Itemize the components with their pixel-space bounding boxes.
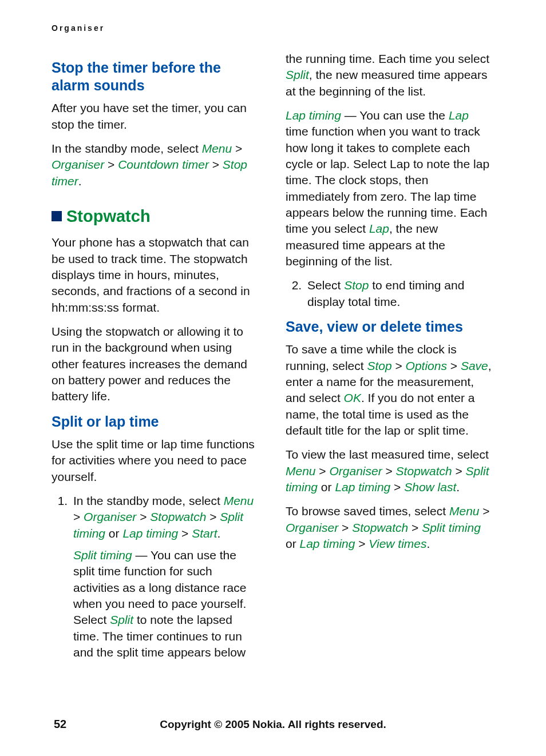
label-lap-timing: Lap timing [286,109,341,122]
menu-path-countdown: Countdown timer [118,158,209,171]
text: In the standby mode, select [73,494,224,507]
menu-path-menu: Menu [449,504,480,518]
p-save-time: To save a time while the clock is runnin… [286,341,494,439]
menu-ok: OK [344,391,361,404]
two-column-layout: Stop the timer before the alarm sounds A… [52,51,494,669]
heading-stop-timer: Stop the timer before the alarm sounds [52,59,260,95]
p-browse-saved: To browse saved times, select Menu > Org… [286,503,494,552]
menu-path-organiser: Organiser [84,510,136,523]
menu-path-lap-timing: Lap timing [300,537,355,550]
p-stopwatch-intro: Your phone has a stopwatch that can be u… [52,234,260,316]
menu-split: Split [110,613,133,626]
list-item-2: Select Stop to end timing and display to… [305,277,494,310]
menu-path-menu: Menu [224,494,254,507]
p-after-set: After you have set the timer, you can st… [52,100,260,133]
menu-path-menu: Menu [202,142,232,155]
menu-path-stopwatch: Stopwatch [150,510,206,523]
heading-save-view-delete: Save, view or delete times [286,318,494,336]
p-running-cont: the running time. Each time you select S… [286,51,494,100]
split-lap-steps: In the standby mode, select Menu > Organ… [52,493,260,660]
p-standby-nav: In the standby mode, select Menu > Organ… [52,141,260,189]
right-column: the running time. Each time you select S… [286,51,494,669]
split-timing-desc: Split timing — You can use the split tim… [73,547,260,660]
text: — You can use the [341,109,449,122]
menu-path-organiser: Organiser [286,521,338,534]
p-split-lap-intro: Use the split time or lap time functions… [52,436,260,485]
lap-timing-desc: Lap timing — You can use the Lap time fu… [286,108,494,269]
footer-copyright: Copyright © 2005 Nokia. All rights reser… [0,717,546,732]
text: time function when you want to track how… [286,125,489,235]
running-header: Organiser [52,23,494,34]
text: To view the last measured time, select [286,448,489,461]
menu-path-split-timing: Split timing [422,521,481,534]
square-bullet-icon [52,211,62,221]
menu-options: Options [406,359,447,372]
list-item-1: In the standby mode, select Menu > Organ… [71,493,260,660]
menu-path-stopwatch: Stopwatch [396,464,452,478]
heading-stopwatch-text: Stopwatch [66,207,151,225]
left-column: Stop the timer before the alarm sounds A… [52,51,260,669]
label-split-timing: Split timing [73,548,132,562]
text: , the new measured time appears at the b… [286,68,488,97]
menu-lap: Lap [369,222,389,235]
menu-path-menu: Menu [286,464,316,478]
text: In the standby mode, select [52,142,202,155]
text: the running time. Each time you select [286,52,489,65]
p-view-last: To view the last measured time, select M… [286,447,494,495]
menu-stop: Stop [344,278,369,292]
menu-stop: Stop [367,359,391,372]
menu-save: Save [461,359,488,372]
heading-stopwatch: Stopwatch [52,205,260,228]
menu-path-stopwatch: Stopwatch [352,521,408,534]
split-lap-steps-cont: Select Stop to end timing and display to… [286,277,494,310]
menu-split: Split [286,68,309,81]
menu-lap: Lap [449,109,469,122]
menu-path-organiser: Organiser [52,158,104,171]
menu-path-lap-timing: Lap timing [335,480,390,494]
menu-view-times: View times [369,537,426,550]
text: To browse saved times, select [286,504,449,518]
menu-path-lap-timing: Lap timing [122,527,178,540]
menu-show-last: Show last [404,480,456,494]
menu-path-start: Start [192,527,217,540]
heading-split-lap: Split or lap time [52,413,260,431]
p-stopwatch-battery: Using the stopwatch or allowing it to ru… [52,324,260,405]
menu-path-organiser: Organiser [329,464,382,478]
text: Select [307,278,344,292]
